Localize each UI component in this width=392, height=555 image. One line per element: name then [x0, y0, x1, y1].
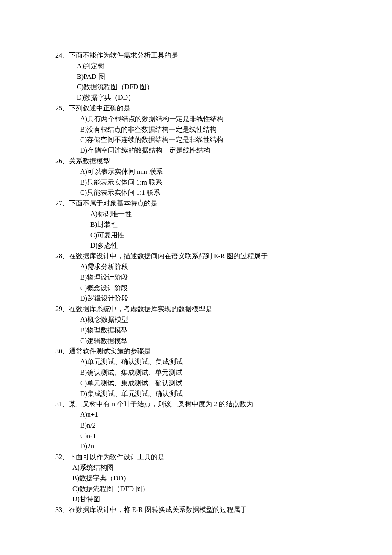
question-stem: 在数据库设计中，将 E-R 图转换成关系数据模型的过程属于	[69, 506, 247, 513]
options-list: A)判定树B)PAD 图C)数据流程图（DFD 图）D)数据字典（DD）	[55, 61, 337, 103]
option-item: A)单元测试、确认测试、集成测试	[80, 357, 337, 367]
option-item: A)判定树	[77, 61, 337, 72]
option-item: B)没有根结点的非空数据结构一定是线性结构	[80, 124, 337, 135]
question-stem: 下面可以作为软件设计工具的是	[69, 453, 164, 460]
question-number: 25、	[55, 104, 69, 112]
options-list: A)可以表示实体间 m:n 联系B)只能表示实体间 1:m 联系C)只能表示实体…	[55, 167, 337, 198]
question-text: 27、下面不属于对象基本特点的是	[55, 198, 337, 209]
option-item: D)多态性	[90, 240, 337, 251]
question-text: 32、下面可以作为软件设计工具的是	[55, 452, 337, 462]
option-item: D)集成测试、单元测试、确认测试	[80, 389, 337, 399]
question-item: 28、在数据库设计中，描述数据间内在语义联系得到 E-R 图的过程属于A)需求分…	[55, 251, 337, 304]
option-item: C)存储空间不连续的数据结构一定是非线性结构	[80, 135, 337, 145]
question-text: 31、某二叉树中有 n 个叶子结点，则该二叉树中度为 2 的结点数为	[55, 399, 337, 410]
question-number: 31、	[55, 400, 69, 408]
option-item: B)物理设计阶段	[80, 272, 337, 283]
question-text: 25、下列叙述中正确的是	[55, 103, 337, 114]
question-number: 29、	[55, 305, 69, 312]
question-stem: 在数据库设计中，描述数据间内在语义联系得到 E-R 图的过程属于	[69, 252, 268, 260]
question-text: 33、在数据库设计中，将 E-R 图转换成关系数据模型的过程属于	[55, 505, 337, 515]
option-item: D)存储空间连续的数据结构一定是线性结构	[80, 145, 337, 156]
question-stem: 下列叙述中正确的是	[69, 104, 130, 112]
question-item: 31、某二叉树中有 n 个叶子结点，则该二叉树中度为 2 的结点数为A)n+1B…	[55, 399, 337, 452]
question-item: 27、下面不属于对象基本特点的是A)标识唯一性B)封装性C)可复用性D)多态性	[55, 198, 337, 251]
options-list: A)标识唯一性B)封装性C)可复用性D)多态性	[55, 209, 337, 251]
question-text: 26、关系数据模型	[55, 156, 337, 167]
option-item: D)逻辑设计阶段	[80, 293, 337, 304]
option-item: A)可以表示实体间 m:n 联系	[80, 167, 337, 177]
question-item: 30、通常软件测试实施的步骤是A)单元测试、确认测试、集成测试B)确认测试、集成…	[55, 346, 337, 399]
options-list: A)具有两个根结点的数据结构一定是非线性结构B)没有根结点的非空数据结构一定是线…	[55, 114, 337, 156]
question-number: 27、	[55, 199, 69, 207]
question-text: 30、通常软件测试实施的步骤是	[55, 346, 337, 357]
question-number: 32、	[55, 453, 69, 460]
question-stem: 下面不能作为软件需求分析工具的是	[69, 52, 178, 59]
option-item: B)PAD 图	[77, 72, 337, 82]
question-stem: 某二叉树中有 n 个叶子结点，则该二叉树中度为 2 的结点数为	[69, 400, 253, 408]
option-item: D)数据字典（DD）	[77, 92, 337, 103]
question-number: 26、	[55, 157, 69, 165]
option-item: C)可复用性	[90, 230, 337, 241]
option-item: B)数据字典（DD）	[72, 473, 337, 484]
question-text: 29、在数据库系统中，考虑数据库实现的数据模型是	[55, 304, 337, 315]
option-item: C)数据流程图（DFD 图）	[77, 82, 337, 92]
question-number: 24、	[55, 52, 69, 59]
option-item: C)数据流程图（DFD 图）	[72, 484, 337, 494]
option-item: B)确认测试、集成测试、单元测试	[80, 367, 337, 378]
question-item: 29、在数据库系统中，考虑数据库实现的数据模型是A)概念数据模型B)物理数据模型…	[55, 304, 337, 346]
option-item: B)封装性	[90, 220, 337, 230]
option-item: A)n+1	[80, 410, 337, 420]
options-list: A)需求分析阶段B)物理设计阶段C)概念设计阶段D)逻辑设计阶段	[55, 262, 337, 304]
question-item: 26、关系数据模型A)可以表示实体间 m:n 联系B)只能表示实体间 1:m 联…	[55, 156, 337, 198]
option-item: D)甘特图	[72, 494, 337, 505]
question-text: 28、在数据库设计中，描述数据间内在语义联系得到 E-R 图的过程属于	[55, 251, 337, 262]
question-stem: 下面不属于对象基本特点的是	[69, 199, 158, 207]
question-text: 24、下面不能作为软件需求分析工具的是	[55, 50, 337, 61]
option-item: A)系统结构图	[72, 462, 337, 473]
options-list: A)概念数据模型B)物理数据模型C)逻辑数据模型	[55, 315, 337, 346]
question-number: 30、	[55, 347, 69, 355]
option-item: A)概念数据模型	[80, 315, 337, 325]
question-stem: 通常软件测试实施的步骤是	[69, 347, 151, 355]
option-item: A)具有两个根结点的数据结构一定是非线性结构	[80, 114, 337, 124]
question-stem: 关系数据模型	[69, 157, 110, 165]
option-item: B)只能表示实体间 1:m 联系	[80, 177, 337, 188]
option-item: C)逻辑数据模型	[80, 336, 337, 347]
question-item: 32、下面可以作为软件设计工具的是A)系统结构图B)数据字典（DD）C)数据流程…	[55, 452, 337, 505]
question-item: 33、在数据库设计中，将 E-R 图转换成关系数据模型的过程属于	[55, 505, 337, 515]
options-list: A)系统结构图B)数据字典（DD）C)数据流程图（DFD 图）D)甘特图	[55, 462, 337, 505]
options-list: A)n+1B)n/2C)n-1D)2n	[55, 410, 337, 452]
option-item: B)物理数据模型	[80, 325, 337, 336]
option-item: C)单元测试、集成测试、确认测试	[80, 378, 337, 389]
option-item: C)概念设计阶段	[80, 283, 337, 294]
option-item: A)标识唯一性	[90, 209, 337, 220]
option-item: C)只能表示实体间 1:1 联系	[80, 188, 337, 198]
option-item: A)需求分析阶段	[80, 262, 337, 272]
question-stem: 在数据库系统中，考虑数据库实现的数据模型是	[69, 305, 212, 312]
question-number: 28、	[55, 252, 69, 260]
options-list: A)单元测试、确认测试、集成测试B)确认测试、集成测试、单元测试C)单元测试、集…	[55, 357, 337, 399]
question-number: 33、	[55, 506, 69, 513]
option-item: C)n-1	[80, 431, 337, 442]
question-item: 25、下列叙述中正确的是A)具有两个根结点的数据结构一定是非线性结构B)没有根结…	[55, 103, 337, 156]
option-item: D)2n	[80, 441, 337, 452]
question-item: 24、下面不能作为软件需求分析工具的是A)判定树B)PAD 图C)数据流程图（D…	[55, 50, 337, 103]
option-item: B)n/2	[80, 420, 337, 431]
